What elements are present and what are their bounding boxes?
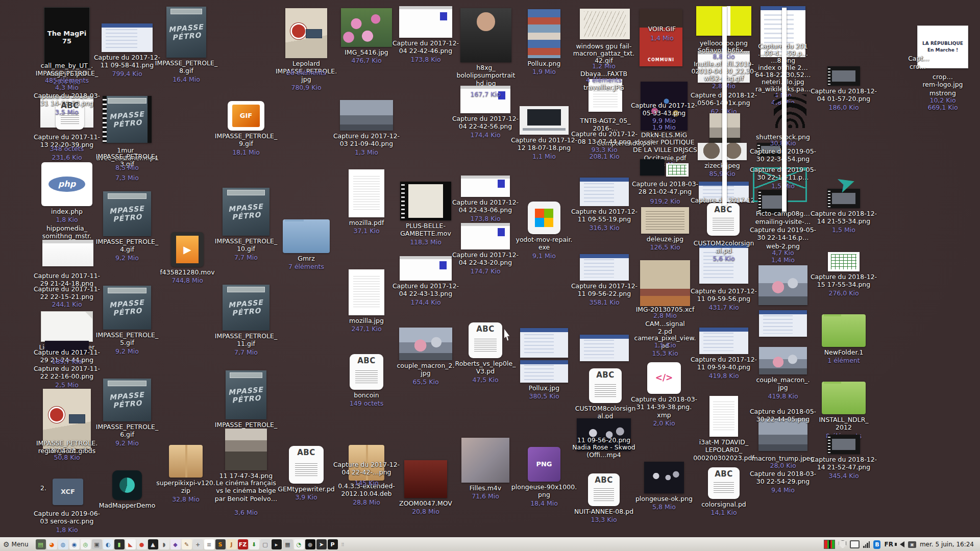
desktop-label-1-8-kio[interactable]: 1,8 Kio [29,525,105,534]
icon-filesize: 780,9 Kio [291,84,321,91]
desktop-icon-install-ndlr-2012[interactable]: INSTALL_NDLR_ 20128 éléments [805,382,882,440]
icon-filename: travailler.JPG [583,84,624,91]
icon-filesize: 173,8 Kio [470,215,500,222]
desktop-icon-petrole-film-33[interactable]: MPASSE PÉTRO [89,96,165,143]
desktop-icon-capture-du-2018-12-15-17-55-34-png[interactable]: Capture du 2018-12- 15 17-55-34.png276,0… [805,252,882,297]
php-glyph: php [41,162,92,206]
desktop-label-crop-rem-logo-jpg[interactable]: crop… rem-logo.jpg [904,71,980,89]
launcher-clock-app-icon[interactable]: ◔ [294,539,304,549]
code-pink-thumbnail: </> [647,362,681,394]
windows-thumbnail [528,202,560,234]
icon-filesize: 167,7 Kio [470,90,500,98]
desktop-label-3-6-mio[interactable]: 3,6 Mio [208,508,284,516]
launcher-puredata-icon[interactable]: P [328,539,338,549]
icon-filesize: 316,3 Kio [589,224,619,232]
screenshot-fb-thumbnail [580,335,629,361]
desktop-background[interactable]: The MagPi 75MagPi75.pdf29,4 MioABCcall_m… [0,0,980,538]
desktop-label-nadia-rose-skwod-offi-mp4[interactable]: Nadia Rose - Skwod (Offi…mp4 [566,442,642,459]
launcher-files-icon[interactable]: ▣ [92,539,102,549]
desktop-icon-capture-du-2017-12-03-21-09-40-png[interactable]: Capture du 2017-12- 03 21-09-40.png1,3 M… [328,100,405,156]
petrole-thumbnail: MPASSE PÉTRO [166,7,206,58]
tray-shield[interactable] [839,540,846,549]
icon-filesize: 47,5 Kio [472,376,498,384]
tray-clock-text: mer. 5 juin, 16:24 [920,541,974,548]
desktop-icon-capture-du-2018-12-14-21-52-47-png[interactable]: Capture du 2018-12- 14 21-52-47.png345,4… [805,435,882,480]
launcher-sphere-icon[interactable]: ● [305,539,315,549]
icon-filesize: 3,9 Kio [295,493,317,501]
screenshot-vivid-thumbnail [400,256,452,281]
tray-language[interactable]: FR [884,540,893,549]
launcher-archive-icon[interactable]: ▢ [260,539,271,549]
tray-display[interactable] [850,540,860,549]
desktop-label-28-l-ments[interactable]: 28 éléments [268,68,345,77]
icon-filename: Capture du 2017-11- 22 22-16-00.png [34,365,100,381]
icon-filename: couple_macron_. jpg [756,376,810,392]
collage-thumbnail [528,9,560,58]
desktop-icon-impasse-petrole-11-gif[interactable]: MPASSE PÉTROIMPASSE_PETROLE_ 11.gif7,7 M… [208,285,284,356]
petrole-thumbnail: MPASSE PÉTRO [103,286,151,330]
desktop-icon-newfolder-1[interactable]: NewFolder.11 élément [805,314,882,364]
tray-signal[interactable] [863,540,870,549]
desktop-label-capture-du-2017-11-22-22-16-00-png[interactable]: Capture du 2017-11- 22 22-16-00.png [29,363,105,381]
photo-street-thumbnail [285,8,327,58]
icon-filesize: 2,5 Mio [55,381,79,389]
desktop-label-167-7-kio[interactable]: 167,7 Kio [447,90,524,98]
desktop-label-50-8-kio[interactable]: 50,8 Kio [29,453,105,461]
launcher-web-browser-icon[interactable]: ◍ [58,539,68,549]
icon-filesize: 380,5 Kio [529,392,559,400]
desktop-label-9-4-mio[interactable]: 9,4 Mio [745,486,821,494]
launcher-firefox-icon[interactable]: ◕ [47,539,57,549]
petrole-glyph: MPASSE PÉTRO [103,191,151,236]
desktop-label-8-5-mio[interactable]: 8,5 Mio [89,163,165,171]
tray-clock[interactable]: mer. 5 juin, 16:24 [920,540,976,549]
icon-filesize: 7,3 Mio [115,174,139,182]
icon-filename: Capture du 2018-12- 15 17-55-34.png [811,273,877,289]
launcher-media-player-icon[interactable]: ● [137,539,147,549]
launcher-text-editor-icon[interactable]: ≡ [204,539,214,549]
launcher-graphics-icon[interactable]: ◣ [126,539,136,549]
panel-grip[interactable]: ⁝⁝ [340,541,346,548]
petrole-film-thumbnail: MPASSE PÉTRO [103,96,152,143]
launcher-java-icon[interactable]: J [227,539,237,549]
desktop-icon-impasse-petrole-5-gif[interactable]: MPASSE PÉTROIMPASSE_PETROLE_ 5.gif9,2 Mi… [89,286,165,355]
launcher-desktop-icon[interactable]: ▤ [36,539,46,549]
launcher-filezilla-icon[interactable]: FZ [238,539,248,549]
desktop-icon-impasse-petrole-9-gif[interactable]: GIFIMPASSE_PETROLE_ 9.gif18,1 Mio [208,101,284,156]
desktop-label-capture-du-2019-06-03-seros-arc-png[interactable]: Capture du 2019-06- 03 seros-arc.png [29,508,105,525]
launcher-spiral-icon[interactable]: ◎ [81,539,91,549]
launcher-globe-icon[interactable]: ◐ [103,539,113,549]
desktop-label-669-1-kio[interactable]: 669,1 Kio [904,103,980,111]
tray-volume[interactable] [897,540,904,549]
tray-network-monitor[interactable] [824,540,835,549]
tray-bluetooth[interactable]: B [873,540,880,549]
launcher-pointer-icon[interactable]: ➤ [316,539,327,549]
pdf-doc-thumbnail [349,169,384,217]
menu-button[interactable]: ⚙ Menu [0,538,34,551]
folder-green-thumbnail [822,314,866,347]
icon-filename: IMPASSE_PETROLE_ 8.gif [155,59,218,75]
launcher-eye-of-mate-icon[interactable]: ◉ [69,539,80,549]
launcher-gimp-icon[interactable]: ◗ [159,539,169,549]
launcher-terminal-icon[interactable]: ▮ [114,539,125,549]
folder-green-thumbnail [822,382,866,414]
tray-indicator[interactable]: ▣ [908,540,916,549]
launcher-vlc-cone-icon[interactable]: ▲ [148,539,158,549]
icon-filesize: 244,1 Kio [52,300,82,308]
launcher-violet-app-icon[interactable]: ◆ [170,539,181,549]
icon-filesize: 247,1 Kio [351,325,381,333]
launcher-add-icon[interactable]: + [193,539,203,549]
icon-filesize: 2,0 Kio [653,419,675,427]
portrait-bald-thumbnail [460,8,511,62]
desktop-label-7-3-mio[interactable]: 7,3 Mio [89,173,165,182]
launcher-download-icon[interactable]: ⬇ [249,539,259,549]
icon-filesize: 13,3 Kio [591,516,617,523]
shop-photo-thumbnail [640,260,690,306]
launcher-package-icon[interactable]: ▦ [283,539,293,549]
desktop-icon-impasse-petrole[interactable]: MPASSE PÉTROIMPASSE_PETROLE_ [208,370,284,429]
launcher-terminal-2-icon[interactable]: ▸ [272,539,282,549]
desktop-icon-impasse-petrole-8-gif[interactable]: MPASSE PÉTROIMPASSE_PETROLE_ 8.gif16,4 M… [148,7,225,83]
launcher-sublime-icon[interactable]: S [215,539,226,549]
desktop-icon-impasse-petrole-6-gif[interactable]: MPASSE PÉTROIMPASSE_PETROLE_ 6.gif9,2 Mi… [89,379,165,447]
launcher-pencil-icon[interactable]: ✎ [182,539,192,549]
icon-filename: yodot-mov-repair. exe [516,236,572,252]
